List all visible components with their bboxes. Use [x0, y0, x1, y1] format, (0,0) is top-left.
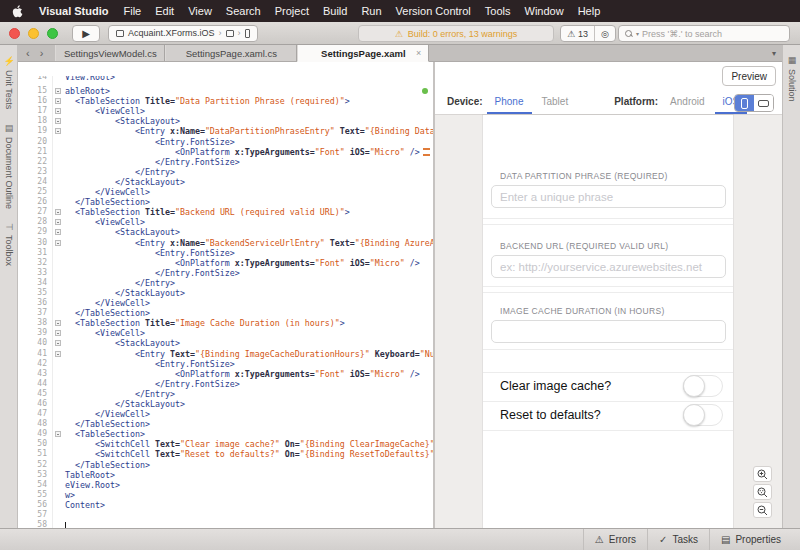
menu-search[interactable]: Search	[219, 5, 268, 17]
zoom-out-button[interactable]	[753, 502, 772, 518]
rail-item-document-outline[interactable]: ▤Document Outline	[0, 123, 18, 209]
status-bar-tasks[interactable]: ✓Tasks	[647, 529, 709, 550]
code-line[interactable]: 29 <StackLayout>	[18, 227, 433, 237]
code-line[interactable]: 27 <TableSection Title="Backend URL (req…	[18, 207, 433, 217]
code-line[interactable]: 46 </StackLayout>	[18, 399, 433, 409]
code-line[interactable]: 42 <Entry.FontSize>	[18, 359, 433, 369]
code-editor[interactable]: 14View.Root>15ableRoot>16 <TableSection …	[18, 62, 433, 528]
navigate-back-icon[interactable]: ‹	[26, 47, 30, 59]
fold-toggle-icon[interactable]	[55, 108, 61, 114]
fold-toggle-icon[interactable]	[55, 209, 61, 215]
close-window-button[interactable]	[9, 28, 20, 39]
code-line[interactable]: 54eView.Root>	[18, 480, 433, 490]
code-line[interactable]: 45 </Entry>	[18, 389, 433, 399]
code-line[interactable]: 47 </ViewCell>	[18, 409, 433, 419]
code-line[interactable]: 35 </StackLayout>	[18, 288, 433, 298]
code-line[interactable]: 40 <StackLayout>	[18, 338, 433, 348]
code-line[interactable]: 17 <ViewCell>	[18, 106, 433, 116]
build-status[interactable]: ⚠ Build: 0 errors, 13 warnings	[358, 25, 554, 42]
menu-run[interactable]: Run	[354, 5, 388, 17]
code-line[interactable]: 32 <OnPlatform x:TypeArguments="Font" iO…	[18, 258, 433, 268]
code-line[interactable]: 49 <TableSection>	[18, 429, 433, 439]
status-bar-errors[interactable]: ⚠Errors	[583, 529, 647, 550]
code-line[interactable]: 41 <Entry Text="{Binding ImageCacheDurat…	[18, 349, 433, 359]
fold-toggle-icon[interactable]	[55, 320, 61, 326]
form-field-input-data-partition[interactable]	[491, 185, 726, 208]
code-line[interactable]: 16 <TableSection Title="Data Partition P…	[18, 96, 433, 106]
rail-item-toolbox[interactable]: ⊤Toolbox	[0, 223, 18, 266]
code-line[interactable]: 14View.Root>	[18, 76, 433, 86]
code-line[interactable]: 44 </Entry.FontSize>	[18, 379, 433, 389]
landscape-orientation-button[interactable]	[754, 95, 773, 111]
navigate-forward-icon[interactable]: ›	[40, 47, 44, 59]
platform-option-android[interactable]: Android	[670, 89, 704, 114]
fold-toggle-icon[interactable]	[55, 431, 61, 437]
tab-overflow-icon[interactable]: ▾	[772, 45, 782, 61]
search-input[interactable]	[642, 29, 772, 39]
fold-toggle-icon[interactable]	[55, 219, 61, 225]
zoom-in-button[interactable]	[753, 466, 772, 482]
code-line[interactable]: 20 <Entry.FontSize>	[18, 137, 433, 147]
menu-version-control[interactable]: Version Control	[389, 5, 478, 17]
code-line[interactable]: 28 <ViewCell>	[18, 217, 433, 227]
run-button[interactable]: ▶	[72, 25, 100, 42]
code-line[interactable]: 24 </StackLayout>	[18, 177, 433, 187]
code-line[interactable]: 56Content>	[18, 500, 433, 510]
fold-toggle-icon[interactable]	[55, 351, 61, 357]
code-line[interactable]: 15ableRoot>	[18, 86, 433, 96]
code-line[interactable]: 51 <SwitchCell Text="Reset to defaults?"…	[18, 449, 433, 459]
minimize-window-button[interactable]	[28, 28, 39, 39]
menu-project[interactable]: Project	[268, 5, 316, 17]
code-line[interactable]: 19 <Entry x:Name="DataPartitionPhraseEnt…	[18, 126, 433, 136]
menu-build[interactable]: Build	[316, 5, 354, 17]
code-line[interactable]: 31 <Entry.FontSize>	[18, 248, 433, 258]
menu-file[interactable]: File	[116, 5, 148, 17]
apple-menu-icon[interactable]	[12, 5, 23, 18]
zoom-actual-size-button[interactable]	[753, 484, 772, 500]
preview-button[interactable]: Preview	[722, 66, 776, 86]
toggle-switch-clear-image-cache[interactable]	[683, 375, 723, 397]
fold-toggle-icon[interactable]	[55, 229, 61, 235]
warning-scroll-marker[interactable]	[423, 154, 430, 156]
code-line[interactable]: 34 </Entry>	[18, 278, 433, 288]
code-line[interactable]: 25 </ViewCell>	[18, 187, 433, 197]
code-line[interactable]: 37 </TableSection>	[18, 308, 433, 318]
fold-toggle-icon[interactable]	[55, 240, 61, 246]
code-line[interactable]: 36 </ViewCell>	[18, 298, 433, 308]
menu-edit[interactable]: Edit	[148, 5, 181, 17]
tab-settingspage-xaml[interactable]: SettingsPage.xaml×	[297, 45, 429, 62]
warning-count-button[interactable]: ⚠ 13	[561, 26, 594, 41]
status-bar-properties[interactable]: ▤Properties	[709, 529, 792, 550]
close-tab-icon[interactable]: ×	[416, 48, 421, 58]
tab-settingspage-xaml-cs[interactable]: SettingsPage.xaml.cs	[165, 45, 297, 61]
code-line[interactable]: 22 </Entry.FontSize>	[18, 157, 433, 167]
status-circle-button[interactable]: ◎	[594, 26, 615, 41]
code-line[interactable]: 21 <OnPlatform x:TypeArguments="Font" iO…	[18, 147, 433, 157]
form-field-input-backend-url[interactable]	[491, 255, 726, 278]
menu-view[interactable]: View	[181, 5, 219, 17]
search-box[interactable]: ▾	[618, 25, 790, 42]
rail-item-unit-tests[interactable]: ⚡Unit Tests	[0, 55, 18, 109]
code-line[interactable]: 55w>	[18, 490, 433, 500]
code-line[interactable]: 50 <SwitchCell Text="Clear image cache?"…	[18, 439, 433, 449]
code-line[interactable]: 53TableRoot>	[18, 470, 433, 480]
code-line[interactable]: 52 </TableSection>	[18, 460, 433, 470]
toggle-switch-reset-to-defaults[interactable]	[683, 404, 723, 426]
fold-toggle-icon[interactable]	[55, 340, 61, 346]
code-line[interactable]: 57	[18, 510, 433, 520]
device-option-tablet[interactable]: Tablet	[542, 89, 569, 114]
menu-window[interactable]: Window	[518, 5, 571, 17]
zoom-window-button[interactable]	[47, 28, 58, 39]
fold-toggle-icon[interactable]	[55, 128, 61, 134]
warning-scroll-marker[interactable]	[423, 148, 430, 150]
fold-toggle-icon[interactable]	[55, 98, 61, 104]
code-line[interactable]: 33 </Entry.FontSize>	[18, 268, 433, 278]
code-line[interactable]: 39 <ViewCell>	[18, 328, 433, 338]
code-line[interactable]: 43 <OnPlatform x:TypeArguments="Font" iO…	[18, 369, 433, 379]
project-selector[interactable]: Acquaint.XForms.iOS › ›	[108, 25, 258, 42]
tab-settingsviewmodel-cs[interactable]: SettingsViewModel.cs	[55, 45, 165, 61]
rail-item-solution[interactable]: ▦Solution	[783, 55, 800, 102]
code-line[interactable]: 26 </TableSection>	[18, 197, 433, 207]
fold-toggle-icon[interactable]	[55, 118, 61, 124]
device-option-phone[interactable]: Phone	[495, 89, 524, 114]
